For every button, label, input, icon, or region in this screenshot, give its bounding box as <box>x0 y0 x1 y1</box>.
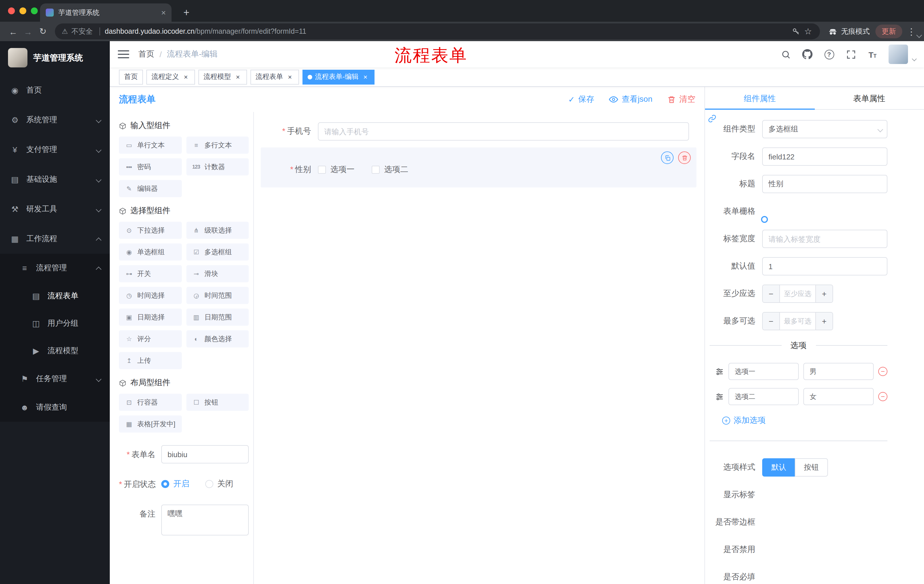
checkbox-option-1[interactable]: 选项一 <box>318 165 355 175</box>
sidebar-item-workflow[interactable]: ▦ 工作流程 <box>0 224 110 254</box>
drag-handle-icon[interactable] <box>715 367 724 376</box>
new-tab-button[interactable] <box>180 6 193 20</box>
plus-button[interactable] <box>815 313 833 330</box>
style-default-button[interactable]: 默认 <box>762 458 795 477</box>
github-icon[interactable] <box>802 49 813 60</box>
traffic-light-minimize[interactable] <box>20 7 26 14</box>
status-radio-on[interactable]: 开启 <box>161 479 189 489</box>
browser-menu-icon[interactable] <box>907 26 916 37</box>
min-select-input[interactable] <box>780 285 815 302</box>
sidebar-item-payment-mgmt[interactable]: ¥ 支付管理 <box>0 135 110 165</box>
palette-item-row-container[interactable]: ⊡行容器 <box>119 394 182 411</box>
component-type-value[interactable] <box>762 120 888 138</box>
user-avatar[interactable] <box>889 44 908 64</box>
palette-item-single-line-text[interactable]: ▭单行文本 <box>119 137 182 154</box>
form-item-phone[interactable]: 手机号 <box>261 122 696 141</box>
save-button[interactable]: 保存 <box>568 94 594 105</box>
palette-item-select[interactable]: ⊙下拉选择 <box>119 222 182 239</box>
palette-item-upload[interactable]: ↥上传 <box>119 352 182 369</box>
fullscreen-icon[interactable] <box>845 49 856 60</box>
sidebar-item-home[interactable]: ◉ 首页 <box>0 76 110 105</box>
slider-handle[interactable] <box>761 216 768 223</box>
checkbox-option-2[interactable]: 选项二 <box>372 165 408 175</box>
palette-item-button[interactable]: ☐按钮 <box>186 394 249 411</box>
option-label-input[interactable] <box>728 363 799 380</box>
bookmark-star-icon[interactable] <box>804 26 812 36</box>
component-type-select[interactable] <box>762 120 888 138</box>
palette-item-rate[interactable]: ☆评分 <box>119 330 182 347</box>
palette-item-multiline-text[interactable]: ≡多行文本 <box>186 137 249 154</box>
form-name-input[interactable] <box>161 445 249 464</box>
help-icon[interactable] <box>823 49 835 60</box>
palette-item-switch[interactable]: ⊶开关 <box>119 265 182 282</box>
option-value-input[interactable] <box>804 388 874 405</box>
palette-item-time-range[interactable]: ◶时间范围 <box>186 287 249 304</box>
field-name-input[interactable] <box>762 147 888 166</box>
default-value-input[interactable] <box>762 257 888 275</box>
phone-input[interactable] <box>318 122 689 141</box>
traffic-light-close[interactable] <box>8 7 15 14</box>
tag-close-icon[interactable] <box>361 73 370 81</box>
palette-item-radio-group[interactable]: ◉单选框组 <box>119 243 182 261</box>
tag-close-icon[interactable] <box>286 73 294 81</box>
sidebar-item-process-mgmt[interactable]: ≡ 流程管理 <box>0 254 110 282</box>
style-button-button[interactable]: 按钮 <box>795 458 828 477</box>
tab-component-props[interactable]: 组件属性 <box>705 87 815 109</box>
remove-option-button[interactable] <box>878 367 888 376</box>
update-button[interactable]: 更新 <box>875 25 902 38</box>
sidebar-item-infrastructure[interactable]: ▤ 基础设施 <box>0 165 110 194</box>
view-json-button[interactable]: 查看json <box>609 94 652 105</box>
palette-item-counter[interactable]: 123计数器 <box>186 158 249 175</box>
sidebar-item-process-model[interactable]: ▶ 流程模型 <box>0 337 110 365</box>
sidebar-item-system-mgmt[interactable]: ⚙ 系统管理 <box>0 105 110 135</box>
sidebar-item-dev-tools[interactable]: ⚒ 研发工具 <box>0 194 110 224</box>
link-icon[interactable] <box>708 114 716 125</box>
plus-button[interactable] <box>815 285 833 302</box>
tag-process-form-edit[interactable]: 流程表单-编辑 <box>302 69 375 84</box>
clear-button[interactable]: 清空 <box>667 94 695 105</box>
palette-item-cascader[interactable]: ⋔级联选择 <box>186 222 249 239</box>
palette-item-time-picker[interactable]: ◷时间选择 <box>119 287 182 304</box>
sidebar-item-user-group[interactable]: ◫ 用户分组 <box>0 310 110 337</box>
form-remark-textarea[interactable]: 嘿嘿 <box>161 505 249 535</box>
font-size-icon[interactable] <box>867 49 878 60</box>
browser-tab[interactable]: 芋道管理系统 <box>40 3 172 22</box>
add-option-button[interactable]: 添加选项 <box>722 415 766 426</box>
tab-form-props[interactable]: 表单属性 <box>815 87 924 109</box>
tab-close-icon[interactable] <box>161 8 166 17</box>
tag-home[interactable]: 首页 <box>119 69 143 84</box>
sidebar-item-task-mgmt[interactable]: ⚑ 任务管理 <box>0 365 110 393</box>
label-width-input[interactable] <box>762 230 888 248</box>
search-icon[interactable] <box>780 49 791 60</box>
palette-item-password[interactable]: •••密码 <box>119 158 182 175</box>
forward-button[interactable] <box>21 24 35 39</box>
status-radio-off[interactable]: 关闭 <box>205 479 233 489</box>
minus-button[interactable] <box>763 313 780 330</box>
max-select-input[interactable] <box>780 313 815 330</box>
traffic-light-maximize[interactable] <box>31 7 38 14</box>
tag-process-form[interactable]: 流程表单 <box>251 69 299 84</box>
delete-button[interactable] <box>678 151 691 164</box>
palette-item-date-picker[interactable]: ▣日期选择 <box>119 309 182 326</box>
tag-process-definition[interactable]: 流程定义 <box>146 69 195 84</box>
palette-item-editor[interactable]: ✎编辑器 <box>119 180 182 197</box>
tag-close-icon[interactable] <box>234 73 242 81</box>
palette-item-color-picker[interactable]: ◐颜色选择 <box>186 330 249 347</box>
address-bar[interactable]: 不安全 dashboard.yudao.iocoder.cn /bpm/mana… <box>55 23 820 39</box>
drag-handle-icon[interactable] <box>715 392 724 401</box>
breadcrumb-home[interactable]: 首页 <box>139 49 154 59</box>
tag-close-icon[interactable] <box>182 73 190 81</box>
palette-item-date-range[interactable]: ▥日期范围 <box>186 309 249 326</box>
tag-process-model[interactable]: 流程模型 <box>198 69 247 84</box>
sidebar-item-process-form[interactable]: ▤ 流程表单 <box>0 282 110 310</box>
back-button[interactable] <box>6 24 21 39</box>
key-icon[interactable] <box>792 28 800 35</box>
option-label-input[interactable] <box>728 388 799 405</box>
palette-item-table[interactable]: ▦表格[开发中] <box>119 415 182 433</box>
reload-button[interactable] <box>35 24 50 39</box>
palette-item-checkbox-group[interactable]: ☑多选框组 <box>186 243 249 261</box>
selected-form-item-gender[interactable]: 性别 选项一 选项二 <box>261 147 696 188</box>
title-input[interactable] <box>762 175 888 193</box>
sidebar-item-leave-query[interactable]: ☻ 请假查询 <box>0 393 110 422</box>
remove-option-button[interactable] <box>878 392 888 401</box>
